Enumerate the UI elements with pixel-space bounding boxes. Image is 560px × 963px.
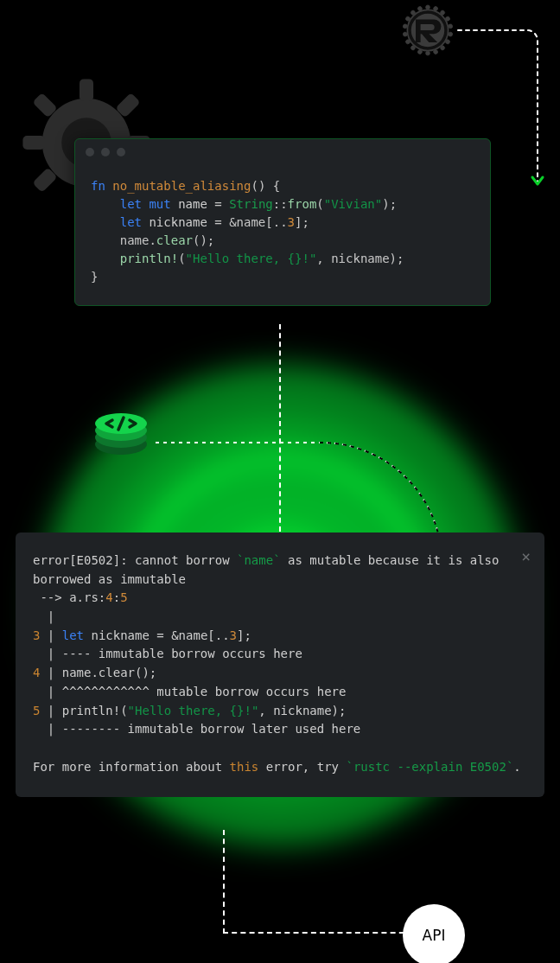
- rust-logo-icon: [398, 0, 458, 61]
- code-editor-window: fn no_mutable_aliasing() { let mut name …: [74, 138, 491, 306]
- svg-point-11: [426, 5, 430, 10]
- svg-rect-3: [22, 136, 45, 150]
- traffic-light-dot: [117, 148, 125, 156]
- code-stack-icon: [86, 398, 156, 467]
- api-pill-label: API: [423, 927, 446, 944]
- close-icon[interactable]: ×: [521, 545, 531, 569]
- connector-low-horizontal: [223, 932, 413, 935]
- svg-rect-1: [80, 79, 93, 101]
- window-titlebar: [75, 139, 490, 165]
- stage: fn no_mutable_aliasing() { let mut name …: [0, 0, 560, 963]
- connector-low-vertical: [223, 830, 226, 934]
- error-output: error[E0502]: cannot borrow `name` as mu…: [33, 552, 527, 776]
- code-block: fn no_mutable_aliasing() { let mut name …: [75, 165, 490, 305]
- compiler-error-panel: × error[E0502]: cannot borrow `name` as …: [16, 533, 544, 797]
- api-pill[interactable]: API: [403, 904, 465, 963]
- traffic-light-dot: [101, 148, 110, 156]
- traffic-light-dot: [86, 148, 94, 156]
